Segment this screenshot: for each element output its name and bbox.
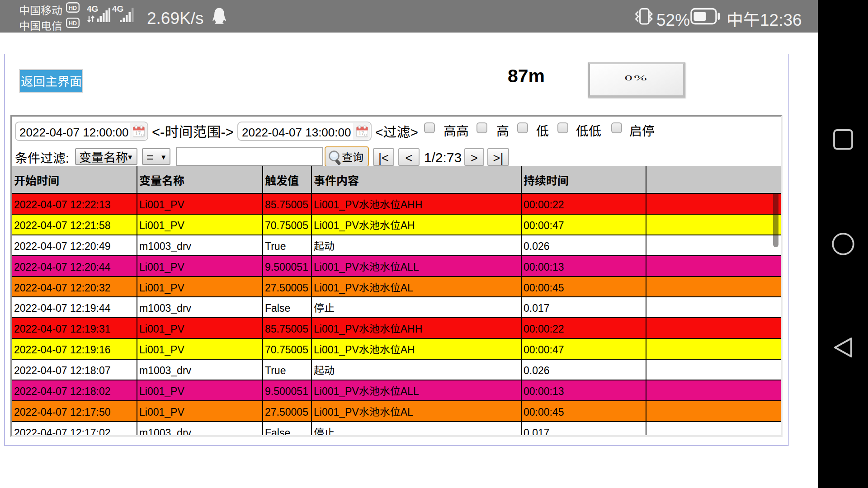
svg-text:4G: 4G — [112, 4, 123, 14]
svg-text:HD: HD — [69, 5, 77, 11]
svg-text:HD: HD — [69, 20, 77, 27]
svg-text:17: 17 — [135, 131, 141, 136]
svg-text:4G: 4G — [87, 4, 98, 14]
svg-text:17: 17 — [359, 131, 364, 136]
